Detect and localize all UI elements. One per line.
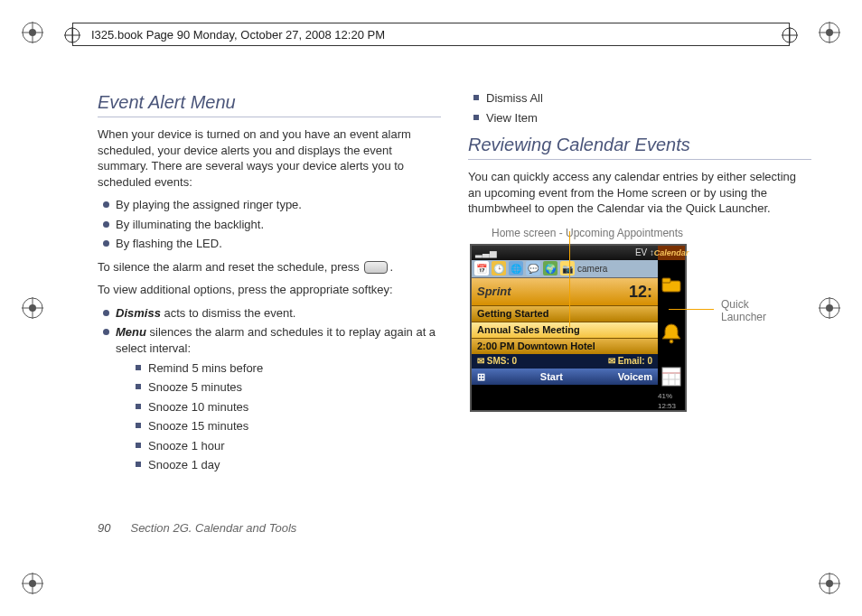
cropmark-mid-left-icon (20, 295, 45, 321)
page-number: 90 (98, 521, 110, 535)
device-frame: ▂▃▅ EV ↕ 📅 🕒 🌐 💬 🌍 📷 camera (470, 244, 687, 412)
cropmark-bottom-right-icon (817, 571, 842, 596)
register-mark-right-icon (782, 27, 798, 43)
snooze-1-hour: Snooze 1 hour (136, 438, 441, 454)
svg-point-3 (29, 29, 36, 36)
register-mark-left-icon (64, 27, 80, 43)
camera-mini-icon: 📷 (560, 261, 575, 275)
menu-view-item: View Item (473, 110, 811, 126)
bell-icon (658, 310, 685, 359)
softkey-dismiss: Dismiss acts to dismiss the event. (103, 305, 441, 322)
cropmark-bottom-left-icon (20, 571, 45, 596)
page-footer: 90 Section 2G. Calendar and Tools (98, 521, 296, 535)
heading-event-alert-menu: Event Alert Menu (98, 90, 441, 117)
callout-line-vertical (569, 231, 570, 327)
page-body: Event Alert Menu When your device is tur… (98, 90, 817, 535)
email-count: Email: 0 (618, 356, 652, 366)
menu-dismiss-all: Dismiss All (473, 90, 811, 107)
battery-time: 41% 12:53 (658, 394, 685, 410)
alert-method-backlight: By illuminating the backlight. (103, 217, 441, 233)
snooze-15-min: Snooze 15 minutes (136, 418, 441, 434)
alert-method-ringer: By playing the assigned ringer type. (103, 197, 441, 213)
softkey-menu: Menu silences the alarm and schedules it… (103, 324, 441, 472)
messaging-mini-icon: 💬 (526, 261, 540, 275)
calendar-mini-icon: 📅 (474, 261, 489, 275)
carrier-label: Sprint (477, 284, 511, 300)
globe-mini-icon: 🌍 (543, 261, 557, 275)
signal-icon: ▂▃▅ (475, 247, 497, 259)
snooze-10-min: Snooze 10 minutes (136, 399, 441, 415)
cropmark-mid-right-icon (817, 295, 842, 321)
windows-key-icon: ⊞ (477, 370, 485, 384)
camera-label: camera (577, 263, 607, 275)
svg-point-11 (29, 580, 36, 587)
softkey-voicemail: Voicem (618, 370, 652, 384)
intro-paragraph: When your device is turned on and you ha… (98, 126, 441, 190)
snooze-5-min: Snooze 5 minutes (136, 379, 441, 396)
row-annual-sales-meeting: Annual Sales Meeting (472, 322, 658, 338)
section-title: Section 2G. Calendar and Tools (130, 521, 296, 535)
device-banner: Sprint 12: (472, 278, 658, 305)
ev-indicator: EV ↕ (635, 247, 654, 259)
envelope-icon: ✉ (477, 356, 484, 366)
svg-point-23 (826, 304, 833, 312)
folder-icon (658, 260, 685, 310)
device-icon-row: 📅 🕒 🌐 💬 🌍 📷 camera (472, 260, 658, 278)
svg-point-19 (29, 304, 36, 312)
silence-paragraph: To silence the alarm and reset the sched… (98, 259, 441, 275)
left-column: Event Alert Menu When your device is tur… (98, 90, 441, 481)
row-downtown-hotel: 2:00 PM Downtown Hotel (472, 338, 658, 354)
snooze-1-day: Snooze 1 day (136, 457, 441, 473)
svg-point-32 (670, 340, 673, 343)
sidebar-calendar-label: Calendar (658, 246, 685, 260)
options-paragraph: To view additional options, press the ap… (98, 282, 441, 298)
ok-key-icon (364, 261, 388, 274)
callout-quick-launcher: Quick Launcher (721, 298, 766, 324)
device-softkey-row: ⊞ Start Voicem (472, 369, 658, 385)
svg-rect-33 (662, 368, 680, 386)
browser-mini-icon: 🌐 (509, 261, 523, 275)
running-header-text: I325.book Page 90 Monday, October 27, 20… (73, 28, 385, 42)
svg-rect-31 (662, 278, 670, 283)
clock-large: 12: (629, 281, 652, 303)
cropmark-top-right-icon (817, 20, 842, 45)
snooze-remind-5-before: Remind 5 mins before (136, 360, 441, 377)
device-status-row: ✉ SMS: 0 ✉ Email: 0 (472, 354, 658, 369)
alert-method-led: By flashing the LED. (103, 236, 441, 252)
envelope-icon-2: ✉ (608, 356, 615, 366)
svg-point-7 (826, 29, 833, 36)
svg-point-15 (826, 580, 833, 587)
calendar-page-icon (658, 359, 685, 394)
softkey-start: Start (540, 370, 563, 384)
device-titlebar: ▂▃▅ EV ↕ (472, 246, 658, 260)
callout-home-screen: Home screen - Upcoming Appointments (492, 226, 811, 240)
right-column: Dismiss All View Item Reviewing Calendar… (468, 90, 811, 481)
device-sidebar: Calendar 41% 12:53 (658, 246, 685, 410)
device-screenshot: Quick Launcher ▂▃▅ EV ↕ 📅 🕒 🌐 (470, 244, 741, 412)
heading-reviewing-calendar-events: Reviewing Calendar Events (468, 133, 811, 160)
reviewing-paragraph: You can quickly access any calendar entr… (468, 169, 811, 217)
callout-line-horizontal (669, 309, 714, 310)
cropmark-top-left-icon (20, 20, 45, 45)
row-getting-started: Getting Started (472, 305, 658, 322)
clock-mini-icon: 🕒 (492, 261, 506, 275)
running-header: I325.book Page 90 Monday, October 27, 20… (72, 23, 790, 46)
sms-count: SMS: 0 (487, 356, 517, 366)
